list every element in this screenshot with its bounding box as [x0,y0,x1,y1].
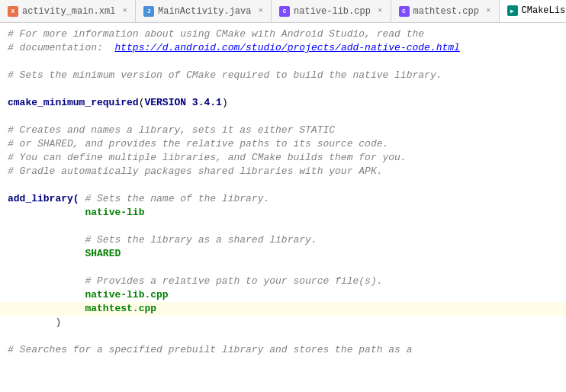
code-line-7 [0,110,566,124]
line-content-4: # Sets the minimum version of CMake requ… [0,69,561,82]
code-line-10: # You can define multiple libraries, and… [0,151,566,165]
cpp-icon: C [399,6,410,17]
java-icon: J [143,6,154,17]
line-content-1: # For more information about using CMake… [0,27,561,41]
code-line-15 [0,220,566,233]
tab-native_lib_cpp[interactable]: Cnative-lib.cpp× [272,0,391,22]
cpp-icon: C [279,6,290,17]
line-content-8: # Creates and names a library, sets it a… [0,124,561,137]
code-line-2: # documentation: https://d.android.com/s… [0,41,566,55]
code-line-17: SHARED [0,247,566,261]
code-line-12 [0,178,566,192]
code-line-18 [0,261,566,275]
tab-close-mainactivity[interactable]: × [258,7,263,15]
line-content-11: # Gradle automatically packages shared l… [0,165,561,178]
code-line-3 [0,55,566,69]
code-line-1: # For more information about using CMake… [0,27,566,41]
tab-close-activity_main[interactable]: × [122,7,127,15]
code-line-5 [0,82,566,96]
xml-icon: X [8,6,18,17]
line-content-16: # Sets the library as a shared library. [0,233,561,247]
line-content-3 [0,55,561,69]
tab-mathtest_cpp[interactable]: Cmathtest.cpp× [391,0,500,22]
tab-cmakelists[interactable]: ▶CMakeLists.txt× [500,0,566,23]
editor-area: # For more information about using CMake… [0,23,566,392]
line-content-23 [0,329,561,343]
code-line-16: # Sets the library as a shared library. [0,233,566,247]
tab-label-mainactivity: MainActivity.java [158,6,251,17]
tab-label-cmakelists: CMakeLists.txt [522,5,566,16]
line-content-13: add_library( # Sets the name of the libr… [0,192,561,206]
line-content-15 [0,220,561,233]
line-content-24: # Searches for a specified prebuilt libr… [0,343,561,357]
tab-bar: Xactivity_main.xml×JMainActivity.java×Cn… [0,0,566,23]
code-line-24: # Searches for a specified prebuilt libr… [0,343,566,357]
line-content-9: # or SHARED, and provides the relative p… [0,137,561,151]
cmake-icon: ▶ [507,5,518,16]
code-line-20: native-lib.cpp [0,288,566,302]
code-line-21: mathtest.cpp [0,302,566,316]
code-line-6: cmake_minimum_required(VERSION 3.4.1) [0,96,566,110]
line-content-22: ) [0,316,561,329]
line-content-14: native-lib [0,206,561,220]
line-content-6: cmake_minimum_required(VERSION 3.4.1) [0,96,561,110]
line-content-7 [0,110,561,124]
line-content-2: # documentation: https://d.android.com/s… [0,41,561,55]
line-content-12 [0,178,561,192]
tab-mainactivity[interactable]: JMainActivity.java× [136,0,272,22]
line-content-18 [0,261,561,275]
line-content-17: SHARED [0,247,561,261]
code-line-14: native-lib [0,206,566,220]
tab-label-mathtest_cpp: mathtest.cpp [413,6,479,17]
line-content-19: # Provides a relative path to your sourc… [0,275,561,288]
code-line-23 [0,329,566,343]
code-line-11: # Gradle automatically packages shared l… [0,165,566,178]
code-line-22: ) [0,316,566,329]
code-line-13: add_library( # Sets the name of the libr… [0,192,566,206]
line-content-21: mathtest.cpp [0,302,561,316]
tab-close-native_lib_cpp[interactable]: × [378,7,383,15]
code-line-19: # Provides a relative path to your sourc… [0,275,566,288]
tab-activity_main[interactable]: Xactivity_main.xml× [0,0,136,22]
code-line-9: # or SHARED, and provides the relative p… [0,137,566,151]
tab-close-mathtest_cpp[interactable]: × [486,7,491,15]
line-content-20: native-lib.cpp [0,288,561,302]
code-line-4: # Sets the minimum version of CMake requ… [0,69,566,82]
line-content-5 [0,82,561,96]
code-line-8: # Creates and names a library, sets it a… [0,124,566,137]
tab-label-activity_main: activity_main.xml [22,6,115,17]
line-content-10: # You can define multiple libraries, and… [0,151,561,165]
tab-label-native_lib_cpp: native-lib.cpp [294,6,371,17]
